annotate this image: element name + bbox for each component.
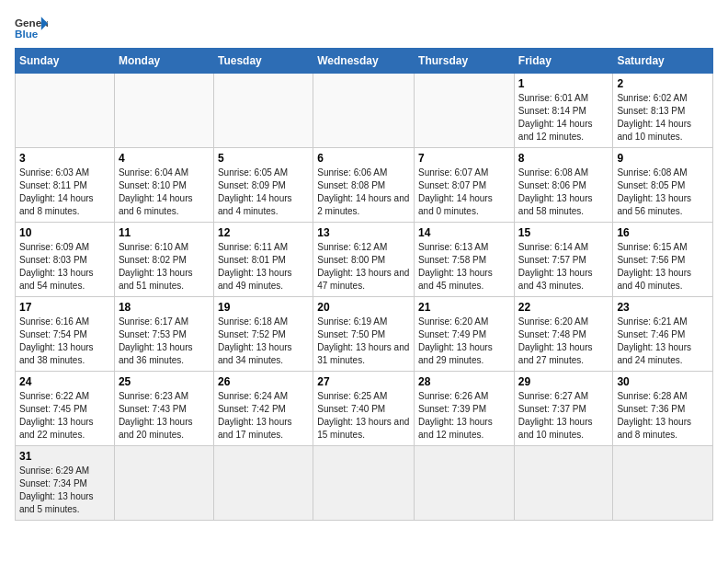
page-header: General Blue (15, 15, 713, 40)
day-number: 14 (418, 226, 510, 239)
calendar-cell: 14Sunrise: 6:13 AM Sunset: 7:58 PM Dayli… (415, 223, 515, 297)
day-number: 5 (218, 152, 309, 165)
calendar-cell (514, 446, 613, 521)
day-number: 23 (617, 301, 709, 314)
calendar-cell: 22Sunrise: 6:20 AM Sunset: 7:48 PM Dayli… (514, 297, 613, 372)
calendar-cell (415, 446, 515, 521)
calendar-cell: 5Sunrise: 6:05 AM Sunset: 8:09 PM Daylig… (213, 148, 313, 223)
day-number: 1 (518, 77, 609, 90)
calendar-cell (16, 74, 115, 148)
day-info: Sunrise: 6:12 AM Sunset: 8:00 PM Dayligh… (317, 241, 410, 293)
day-number: 11 (119, 226, 210, 239)
calendar-cell: 12Sunrise: 6:11 AM Sunset: 8:01 PM Dayli… (213, 223, 313, 297)
day-number: 12 (218, 226, 309, 239)
day-info: Sunrise: 6:22 AM Sunset: 7:45 PM Dayligh… (19, 390, 110, 442)
calendar-cell: 25Sunrise: 6:23 AM Sunset: 7:43 PM Dayli… (114, 372, 213, 446)
calendar-table: SundayMondayTuesdayWednesdayThursdayFrid… (15, 48, 713, 521)
calendar-cell: 31Sunrise: 6:29 AM Sunset: 7:34 PM Dayli… (16, 446, 115, 521)
day-info: Sunrise: 6:21 AM Sunset: 7:46 PM Dayligh… (617, 316, 709, 367)
calendar-cell: 30Sunrise: 6:28 AM Sunset: 7:36 PM Dayli… (613, 372, 713, 446)
calendar-cell: 28Sunrise: 6:26 AM Sunset: 7:39 PM Dayli… (415, 372, 515, 446)
day-info: Sunrise: 6:19 AM Sunset: 7:50 PM Dayligh… (317, 316, 410, 367)
calendar-cell: 16Sunrise: 6:15 AM Sunset: 7:56 PM Dayli… (613, 223, 713, 297)
day-number: 13 (317, 226, 410, 239)
day-info: Sunrise: 6:06 AM Sunset: 8:08 PM Dayligh… (317, 167, 410, 218)
calendar-cell (613, 446, 713, 521)
day-info: Sunrise: 6:18 AM Sunset: 7:52 PM Dayligh… (218, 316, 309, 367)
calendar-cell: 3Sunrise: 6:03 AM Sunset: 8:11 PM Daylig… (16, 148, 115, 223)
day-number: 6 (317, 152, 410, 165)
day-number: 31 (19, 450, 110, 463)
day-info: Sunrise: 6:29 AM Sunset: 7:34 PM Dayligh… (19, 465, 110, 516)
day-info: Sunrise: 6:07 AM Sunset: 8:07 PM Dayligh… (418, 167, 510, 218)
col-header-monday: Monday (114, 49, 213, 74)
calendar-cell (114, 74, 213, 148)
calendar-cell: 15Sunrise: 6:14 AM Sunset: 7:57 PM Dayli… (514, 223, 613, 297)
calendar-week-row: 3Sunrise: 6:03 AM Sunset: 8:11 PM Daylig… (16, 148, 713, 223)
day-number: 18 (119, 301, 210, 314)
day-number: 21 (418, 301, 510, 314)
calendar-cell: 1Sunrise: 6:01 AM Sunset: 8:14 PM Daylig… (514, 74, 613, 148)
day-number: 7 (418, 152, 510, 165)
day-info: Sunrise: 6:04 AM Sunset: 8:10 PM Dayligh… (119, 167, 210, 218)
generalblue-logo-icon: General Blue (15, 15, 48, 40)
calendar-cell: 27Sunrise: 6:25 AM Sunset: 7:40 PM Dayli… (313, 372, 415, 446)
calendar-cell: 19Sunrise: 6:18 AM Sunset: 7:52 PM Dayli… (213, 297, 313, 372)
day-info: Sunrise: 6:05 AM Sunset: 8:09 PM Dayligh… (218, 167, 309, 218)
calendar-cell (313, 74, 415, 148)
calendar-week-row: 1Sunrise: 6:01 AM Sunset: 8:14 PM Daylig… (16, 74, 713, 148)
calendar-cell (415, 74, 515, 148)
day-info: Sunrise: 6:16 AM Sunset: 7:54 PM Dayligh… (19, 316, 110, 367)
day-info: Sunrise: 6:08 AM Sunset: 8:05 PM Dayligh… (617, 167, 709, 218)
day-info: Sunrise: 6:03 AM Sunset: 8:11 PM Dayligh… (19, 167, 110, 218)
calendar-cell: 17Sunrise: 6:16 AM Sunset: 7:54 PM Dayli… (16, 297, 115, 372)
day-info: Sunrise: 6:13 AM Sunset: 7:58 PM Dayligh… (418, 241, 510, 293)
calendar-cell: 29Sunrise: 6:27 AM Sunset: 7:37 PM Dayli… (514, 372, 613, 446)
day-number: 17 (19, 301, 110, 314)
day-info: Sunrise: 6:20 AM Sunset: 7:49 PM Dayligh… (418, 316, 510, 367)
day-number: 24 (19, 375, 110, 388)
day-number: 28 (418, 375, 510, 388)
calendar-cell: 10Sunrise: 6:09 AM Sunset: 8:03 PM Dayli… (16, 223, 115, 297)
day-info: Sunrise: 6:17 AM Sunset: 7:53 PM Dayligh… (119, 316, 210, 367)
day-info: Sunrise: 6:10 AM Sunset: 8:02 PM Dayligh… (119, 241, 210, 293)
day-number: 9 (617, 152, 709, 165)
day-number: 20 (317, 301, 410, 314)
calendar-week-row: 31Sunrise: 6:29 AM Sunset: 7:34 PM Dayli… (16, 446, 713, 521)
day-info: Sunrise: 6:28 AM Sunset: 7:36 PM Dayligh… (617, 390, 709, 442)
day-number: 19 (218, 301, 309, 314)
day-number: 29 (518, 375, 609, 388)
svg-text:Blue: Blue (15, 28, 39, 40)
calendar-week-row: 17Sunrise: 6:16 AM Sunset: 7:54 PM Dayli… (16, 297, 713, 372)
day-number: 16 (617, 226, 709, 239)
day-info: Sunrise: 6:15 AM Sunset: 7:56 PM Dayligh… (617, 241, 709, 293)
calendar-cell: 18Sunrise: 6:17 AM Sunset: 7:53 PM Dayli… (114, 297, 213, 372)
day-number: 25 (119, 375, 210, 388)
day-info: Sunrise: 6:11 AM Sunset: 8:01 PM Dayligh… (218, 241, 309, 293)
calendar-cell (313, 446, 415, 521)
col-header-tuesday: Tuesday (213, 49, 313, 74)
calendar-cell: 24Sunrise: 6:22 AM Sunset: 7:45 PM Dayli… (16, 372, 115, 446)
calendar-cell: 13Sunrise: 6:12 AM Sunset: 8:00 PM Dayli… (313, 223, 415, 297)
day-info: Sunrise: 6:01 AM Sunset: 8:14 PM Dayligh… (518, 92, 609, 144)
day-number: 10 (19, 226, 110, 239)
calendar-cell: 11Sunrise: 6:10 AM Sunset: 8:02 PM Dayli… (114, 223, 213, 297)
day-number: 2 (617, 77, 709, 90)
calendar-cell: 2Sunrise: 6:02 AM Sunset: 8:13 PM Daylig… (613, 74, 713, 148)
col-header-thursday: Thursday (415, 49, 515, 74)
day-info: Sunrise: 6:14 AM Sunset: 7:57 PM Dayligh… (518, 241, 609, 293)
calendar-cell: 4Sunrise: 6:04 AM Sunset: 8:10 PM Daylig… (114, 148, 213, 223)
calendar-cell: 7Sunrise: 6:07 AM Sunset: 8:07 PM Daylig… (415, 148, 515, 223)
calendar-cell: 21Sunrise: 6:20 AM Sunset: 7:49 PM Dayli… (415, 297, 515, 372)
col-header-friday: Friday (514, 49, 613, 74)
col-header-wednesday: Wednesday (313, 49, 415, 74)
day-number: 22 (518, 301, 609, 314)
day-number: 27 (317, 375, 410, 388)
calendar-cell: 23Sunrise: 6:21 AM Sunset: 7:46 PM Dayli… (613, 297, 713, 372)
calendar-cell: 20Sunrise: 6:19 AM Sunset: 7:50 PM Dayli… (313, 297, 415, 372)
calendar-header-row: SundayMondayTuesdayWednesdayThursdayFrid… (16, 49, 713, 74)
calendar-cell (213, 74, 313, 148)
day-number: 26 (218, 375, 309, 388)
day-info: Sunrise: 6:25 AM Sunset: 7:40 PM Dayligh… (317, 390, 410, 442)
day-number: 8 (518, 152, 609, 165)
